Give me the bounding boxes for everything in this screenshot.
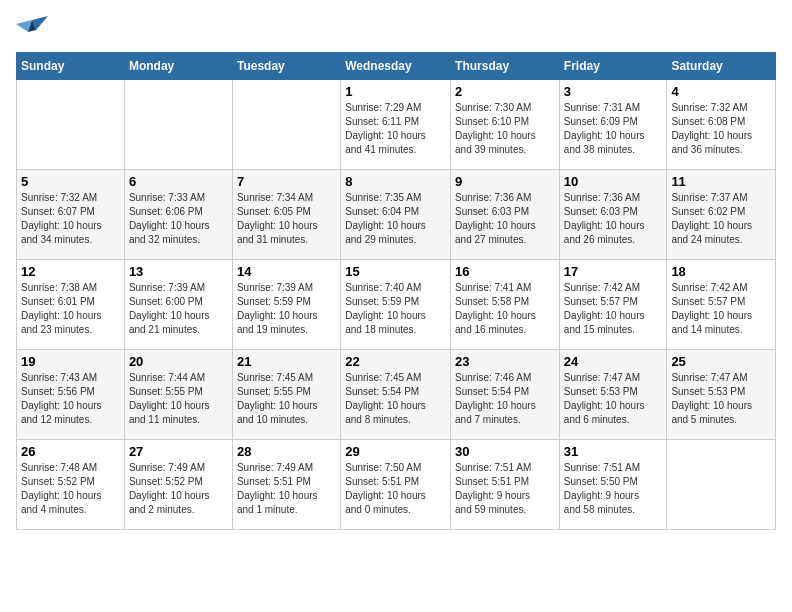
day-info: Sunrise: 7:39 AM Sunset: 5:59 PM Dayligh… — [237, 281, 336, 337]
day-info: Sunrise: 7:32 AM Sunset: 6:07 PM Dayligh… — [21, 191, 120, 247]
day-info: Sunrise: 7:34 AM Sunset: 6:05 PM Dayligh… — [237, 191, 336, 247]
day-number: 1 — [345, 84, 446, 99]
calendar-week-row: 12Sunrise: 7:38 AM Sunset: 6:01 PM Dayli… — [17, 260, 776, 350]
day-info: Sunrise: 7:48 AM Sunset: 5:52 PM Dayligh… — [21, 461, 120, 517]
day-info: Sunrise: 7:33 AM Sunset: 6:06 PM Dayligh… — [129, 191, 228, 247]
day-number: 9 — [455, 174, 555, 189]
day-number: 8 — [345, 174, 446, 189]
day-number: 25 — [671, 354, 771, 369]
calendar-week-row: 19Sunrise: 7:43 AM Sunset: 5:56 PM Dayli… — [17, 350, 776, 440]
day-number: 4 — [671, 84, 771, 99]
day-info: Sunrise: 7:51 AM Sunset: 5:51 PM Dayligh… — [455, 461, 555, 517]
day-info: Sunrise: 7:40 AM Sunset: 5:59 PM Dayligh… — [345, 281, 446, 337]
day-number: 6 — [129, 174, 228, 189]
day-number: 20 — [129, 354, 228, 369]
day-info: Sunrise: 7:50 AM Sunset: 5:51 PM Dayligh… — [345, 461, 446, 517]
weekday-header-monday: Monday — [124, 53, 232, 80]
day-info: Sunrise: 7:46 AM Sunset: 5:54 PM Dayligh… — [455, 371, 555, 427]
day-info: Sunrise: 7:38 AM Sunset: 6:01 PM Dayligh… — [21, 281, 120, 337]
calendar-cell: 16Sunrise: 7:41 AM Sunset: 5:58 PM Dayli… — [451, 260, 560, 350]
calendar-cell: 8Sunrise: 7:35 AM Sunset: 6:04 PM Daylig… — [341, 170, 451, 260]
calendar-table: SundayMondayTuesdayWednesdayThursdayFrid… — [16, 52, 776, 530]
calendar-cell — [124, 80, 232, 170]
day-number: 28 — [237, 444, 336, 459]
header — [16, 16, 776, 44]
calendar-cell: 29Sunrise: 7:50 AM Sunset: 5:51 PM Dayli… — [341, 440, 451, 530]
calendar-cell: 2Sunrise: 7:30 AM Sunset: 6:10 PM Daylig… — [451, 80, 560, 170]
day-info: Sunrise: 7:49 AM Sunset: 5:52 PM Dayligh… — [129, 461, 228, 517]
calendar-cell: 5Sunrise: 7:32 AM Sunset: 6:07 PM Daylig… — [17, 170, 125, 260]
day-number: 13 — [129, 264, 228, 279]
calendar-cell — [232, 80, 340, 170]
day-info: Sunrise: 7:37 AM Sunset: 6:02 PM Dayligh… — [671, 191, 771, 247]
calendar-cell — [667, 440, 776, 530]
calendar-cell: 13Sunrise: 7:39 AM Sunset: 6:00 PM Dayli… — [124, 260, 232, 350]
day-number: 19 — [21, 354, 120, 369]
day-info: Sunrise: 7:41 AM Sunset: 5:58 PM Dayligh… — [455, 281, 555, 337]
calendar-cell: 21Sunrise: 7:45 AM Sunset: 5:55 PM Dayli… — [232, 350, 340, 440]
day-info: Sunrise: 7:30 AM Sunset: 6:10 PM Dayligh… — [455, 101, 555, 157]
calendar-cell: 1Sunrise: 7:29 AM Sunset: 6:11 PM Daylig… — [341, 80, 451, 170]
day-number: 23 — [455, 354, 555, 369]
calendar-cell: 23Sunrise: 7:46 AM Sunset: 5:54 PM Dayli… — [451, 350, 560, 440]
calendar-cell: 26Sunrise: 7:48 AM Sunset: 5:52 PM Dayli… — [17, 440, 125, 530]
calendar-cell: 19Sunrise: 7:43 AM Sunset: 5:56 PM Dayli… — [17, 350, 125, 440]
day-info: Sunrise: 7:45 AM Sunset: 5:55 PM Dayligh… — [237, 371, 336, 427]
logo — [16, 16, 52, 44]
day-info: Sunrise: 7:51 AM Sunset: 5:50 PM Dayligh… — [564, 461, 663, 517]
calendar-cell: 14Sunrise: 7:39 AM Sunset: 5:59 PM Dayli… — [232, 260, 340, 350]
day-info: Sunrise: 7:42 AM Sunset: 5:57 PM Dayligh… — [564, 281, 663, 337]
weekday-header-friday: Friday — [559, 53, 667, 80]
calendar-cell: 25Sunrise: 7:47 AM Sunset: 5:53 PM Dayli… — [667, 350, 776, 440]
calendar-cell: 15Sunrise: 7:40 AM Sunset: 5:59 PM Dayli… — [341, 260, 451, 350]
day-number: 10 — [564, 174, 663, 189]
day-info: Sunrise: 7:32 AM Sunset: 6:08 PM Dayligh… — [671, 101, 771, 157]
day-number: 22 — [345, 354, 446, 369]
logo-icon — [16, 16, 48, 44]
day-number: 11 — [671, 174, 771, 189]
day-info: Sunrise: 7:31 AM Sunset: 6:09 PM Dayligh… — [564, 101, 663, 157]
calendar-cell: 20Sunrise: 7:44 AM Sunset: 5:55 PM Dayli… — [124, 350, 232, 440]
calendar-cell: 10Sunrise: 7:36 AM Sunset: 6:03 PM Dayli… — [559, 170, 667, 260]
calendar-cell: 31Sunrise: 7:51 AM Sunset: 5:50 PM Dayli… — [559, 440, 667, 530]
calendar-cell: 4Sunrise: 7:32 AM Sunset: 6:08 PM Daylig… — [667, 80, 776, 170]
day-number: 2 — [455, 84, 555, 99]
calendar-week-row: 26Sunrise: 7:48 AM Sunset: 5:52 PM Dayli… — [17, 440, 776, 530]
day-info: Sunrise: 7:44 AM Sunset: 5:55 PM Dayligh… — [129, 371, 228, 427]
day-number: 12 — [21, 264, 120, 279]
day-info: Sunrise: 7:29 AM Sunset: 6:11 PM Dayligh… — [345, 101, 446, 157]
day-number: 18 — [671, 264, 771, 279]
day-number: 30 — [455, 444, 555, 459]
day-info: Sunrise: 7:47 AM Sunset: 5:53 PM Dayligh… — [564, 371, 663, 427]
day-info: Sunrise: 7:47 AM Sunset: 5:53 PM Dayligh… — [671, 371, 771, 427]
day-number: 17 — [564, 264, 663, 279]
day-number: 21 — [237, 354, 336, 369]
calendar-cell: 9Sunrise: 7:36 AM Sunset: 6:03 PM Daylig… — [451, 170, 560, 260]
day-info: Sunrise: 7:42 AM Sunset: 5:57 PM Dayligh… — [671, 281, 771, 337]
calendar-cell: 17Sunrise: 7:42 AM Sunset: 5:57 PM Dayli… — [559, 260, 667, 350]
calendar-cell: 27Sunrise: 7:49 AM Sunset: 5:52 PM Dayli… — [124, 440, 232, 530]
day-info: Sunrise: 7:43 AM Sunset: 5:56 PM Dayligh… — [21, 371, 120, 427]
day-number: 24 — [564, 354, 663, 369]
weekday-header-thursday: Thursday — [451, 53, 560, 80]
calendar-cell: 28Sunrise: 7:49 AM Sunset: 5:51 PM Dayli… — [232, 440, 340, 530]
day-number: 26 — [21, 444, 120, 459]
weekday-header-tuesday: Tuesday — [232, 53, 340, 80]
day-info: Sunrise: 7:36 AM Sunset: 6:03 PM Dayligh… — [564, 191, 663, 247]
calendar-week-row: 5Sunrise: 7:32 AM Sunset: 6:07 PM Daylig… — [17, 170, 776, 260]
day-info: Sunrise: 7:49 AM Sunset: 5:51 PM Dayligh… — [237, 461, 336, 517]
day-number: 16 — [455, 264, 555, 279]
calendar-cell: 12Sunrise: 7:38 AM Sunset: 6:01 PM Dayli… — [17, 260, 125, 350]
calendar-cell: 11Sunrise: 7:37 AM Sunset: 6:02 PM Dayli… — [667, 170, 776, 260]
weekday-header-row: SundayMondayTuesdayWednesdayThursdayFrid… — [17, 53, 776, 80]
day-info: Sunrise: 7:35 AM Sunset: 6:04 PM Dayligh… — [345, 191, 446, 247]
calendar-cell: 24Sunrise: 7:47 AM Sunset: 5:53 PM Dayli… — [559, 350, 667, 440]
calendar-cell — [17, 80, 125, 170]
weekday-header-sunday: Sunday — [17, 53, 125, 80]
weekday-header-wednesday: Wednesday — [341, 53, 451, 80]
calendar-cell: 22Sunrise: 7:45 AM Sunset: 5:54 PM Dayli… — [341, 350, 451, 440]
calendar-cell: 7Sunrise: 7:34 AM Sunset: 6:05 PM Daylig… — [232, 170, 340, 260]
day-info: Sunrise: 7:39 AM Sunset: 6:00 PM Dayligh… — [129, 281, 228, 337]
day-number: 15 — [345, 264, 446, 279]
day-number: 14 — [237, 264, 336, 279]
